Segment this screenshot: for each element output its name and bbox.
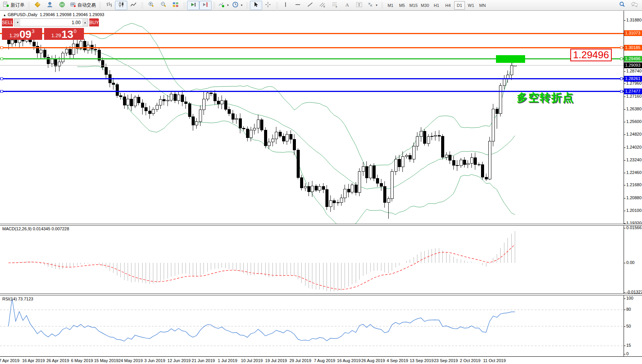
- zoom-out-button[interactable]: [157, 1, 169, 10]
- draw-trendline-button[interactable]: [304, 1, 317, 10]
- candle-body: [170, 94, 173, 100]
- price-tick-label: 50: [626, 324, 631, 328]
- tf-m1-label: M1: [387, 3, 393, 8]
- tf-d1-button[interactable]: D1: [454, 1, 465, 10]
- toolbar: 新订单自动交易▼▼EFAT▼M1M5M15M30H1H4D1W1MN: [0, 0, 642, 11]
- candle-body: [101, 61, 104, 67]
- candle-body: [54, 59, 57, 66]
- crosshair-button[interactable]: [262, 1, 274, 10]
- tile-windows-button[interactable]: [169, 1, 182, 10]
- line-anchor[interactable]: [620, 78, 622, 80]
- draw-fibonacci-button[interactable]: F: [329, 1, 341, 10]
- chat-button[interactable]: [628, 1, 640, 10]
- rsi-pane[interactable]: [0, 295, 624, 356]
- new-order-button[interactable]: 新订单: [2, 1, 26, 10]
- profile-button[interactable]: [44, 1, 56, 10]
- line-anchor[interactable]: [620, 90, 622, 93]
- tf-w1-button[interactable]: W1: [466, 1, 476, 10]
- candle-body: [33, 42, 35, 46]
- sell-price-button[interactable]: 1.29 09 3: [2, 28, 42, 40]
- toolbar-grip: [246, 2, 248, 9]
- auto-scroll-button[interactable]: [187, 1, 199, 10]
- tf-m30-button[interactable]: M30: [420, 1, 430, 10]
- highlight-rectangle-object[interactable]: [496, 55, 525, 63]
- axis-tick: [624, 71, 626, 72]
- cursor-button[interactable]: [250, 1, 262, 10]
- date-axis[interactable]: 7 Apr 201916 Apr 201926 Apr 20196 May 20…: [0, 356, 642, 364]
- candle-body: [333, 201, 336, 203]
- candlestick-chart-button[interactable]: [115, 1, 127, 10]
- line-anchor[interactable]: [0, 78, 3, 80]
- price-tick-label: 1.24020: [626, 145, 642, 149]
- price-axis[interactable]: 1.318801.287401.279601.271601.263801.256…: [624, 11, 642, 357]
- market-button[interactable]: [31, 1, 44, 10]
- line-anchor[interactable]: [620, 58, 622, 60]
- tf-h4-button[interactable]: H4: [443, 1, 453, 10]
- zoom-in-button[interactable]: [145, 1, 157, 10]
- pane-separator[interactable]: [0, 293, 642, 295]
- price-badge: 1.29093: [624, 62, 642, 68]
- pane-separator[interactable]: [0, 224, 642, 226]
- price-badge: 1.30185: [624, 45, 642, 51]
- axis-tick: [624, 20, 626, 21]
- signals-button[interactable]: [56, 1, 68, 10]
- candle-body: [213, 93, 216, 101]
- price-tick-label: 1.28740: [626, 69, 642, 73]
- draw-channel-button[interactable]: E: [317, 1, 329, 10]
- bar-chart-icon: [106, 2, 112, 8]
- collapse-quote-panel-icon[interactable]: ▲: [3, 13, 6, 17]
- tf-mn-label: MN: [479, 3, 486, 8]
- macd-pane[interactable]: [0, 225, 624, 293]
- price-chart-pane[interactable]: [0, 11, 624, 224]
- chart-shift-button[interactable]: [199, 1, 212, 10]
- line-anchor[interactable]: [620, 47, 622, 49]
- add-indicator-button[interactable]: ▼: [217, 1, 231, 10]
- tf-m15-button[interactable]: M15: [408, 1, 419, 10]
- candle-body: [311, 186, 314, 192]
- candle-body: [181, 95, 184, 102]
- auto-trading-label: 自动交易: [77, 2, 96, 8]
- line-anchor[interactable]: [0, 58, 3, 60]
- tf-m1-button[interactable]: M1: [385, 1, 396, 10]
- price-tick-label: 0.015661: [626, 225, 642, 230]
- draw-arrows-button[interactable]: ▼: [366, 1, 379, 10]
- candle-body: [470, 158, 473, 164]
- candle-body: [148, 111, 151, 114]
- candle-body: [257, 120, 259, 128]
- volume-decrease-button[interactable]: ▼: [15, 19, 20, 26]
- svg-text:A: A: [345, 2, 349, 8]
- buy-price-button[interactable]: 1.29 13 0: [44, 28, 84, 40]
- date-label: 26 Aug 2019: [361, 358, 385, 363]
- line-chart-icon: [130, 2, 137, 8]
- candle-body: [94, 49, 97, 50]
- date-label: 16 Apr 2019: [22, 358, 45, 363]
- periods-button[interactable]: ▼: [231, 1, 245, 10]
- candle-body: [355, 185, 357, 193]
- volume-increase-button[interactable]: ▲: [82, 19, 88, 26]
- tf-h1-button[interactable]: H1: [431, 1, 442, 10]
- line-anchor[interactable]: [0, 90, 3, 93]
- price-tick-label: 1.23240: [626, 157, 642, 162]
- line-chart-button[interactable]: [127, 1, 140, 10]
- buy-button[interactable]: BUY: [89, 18, 99, 26]
- draw-label-button[interactable]: T: [353, 1, 366, 10]
- volume-input[interactable]: [20, 19, 82, 26]
- draw-vertical-line-button[interactable]: [280, 1, 292, 10]
- chinese-annotation[interactable]: 多空转折点: [517, 90, 574, 105]
- date-label: 4 Sep 2019: [387, 358, 408, 363]
- candle-body: [405, 156, 408, 157]
- bar-chart-button[interactable]: [103, 1, 115, 10]
- axis-tick: [624, 298, 626, 299]
- candle-body: [319, 187, 321, 190]
- draw-horizontal-line-button[interactable]: [292, 1, 304, 10]
- auto-trading-button[interactable]: 自动交易: [68, 1, 97, 10]
- line-anchor[interactable]: [0, 47, 3, 49]
- tf-m5-button[interactable]: M5: [397, 1, 407, 10]
- price-label-object[interactable]: 1.29496: [570, 49, 612, 61]
- candle-body: [51, 59, 53, 64]
- search-button[interactable]: [616, 1, 628, 10]
- sell-button[interactable]: SELL: [2, 18, 13, 26]
- draw-text-button[interactable]: A: [341, 1, 353, 10]
- tf-mn-button[interactable]: MN: [477, 1, 488, 10]
- toolbar-group-right: [616, 0, 640, 10]
